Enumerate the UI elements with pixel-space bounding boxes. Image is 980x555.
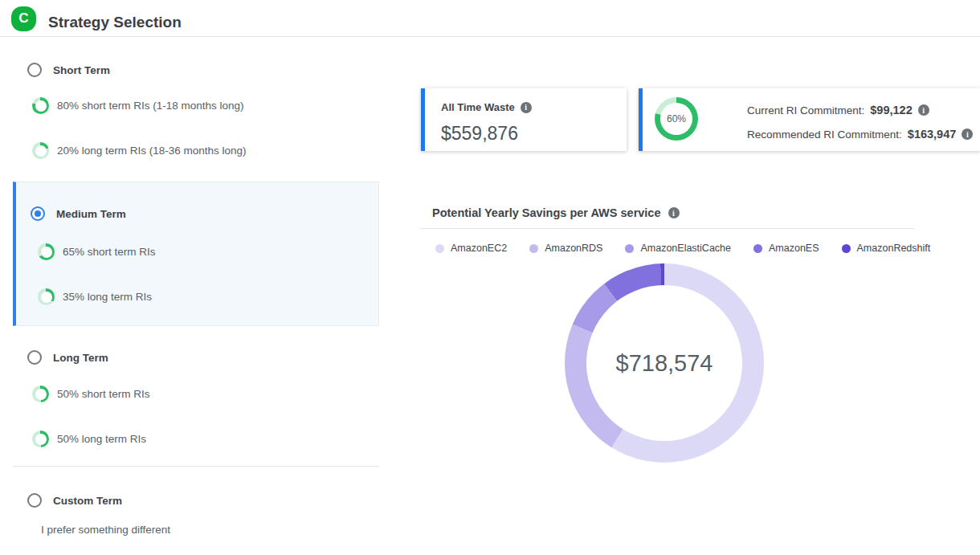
- progress-ring-50: [32, 386, 49, 402]
- strategy-custom-term[interactable]: Custom Term: [27, 493, 122, 508]
- savings-total-value: $718,574: [565, 263, 764, 463]
- legend-label: AmazonRDS: [545, 243, 602, 254]
- option-long-term-1: 50% short term RIs: [32, 386, 150, 402]
- progress-ring-35: [38, 288, 55, 305]
- radio-medium-term[interactable]: [31, 206, 45, 221]
- option-text: 80% short term RIs (1-18 months long): [57, 100, 244, 112]
- radio-long-term[interactable]: [27, 350, 42, 365]
- ri-commitment-card: 60% Current RI Commitment: $99,122 i Rec…: [639, 88, 980, 151]
- current-ri-commitment-value: $99,122: [870, 104, 912, 116]
- legend-dot: [842, 244, 851, 253]
- option-text: 50% long term RIs: [57, 433, 146, 445]
- progress-ring-65: [38, 243, 55, 260]
- option-long-term-2: 50% long term RIs: [32, 431, 146, 447]
- legend-item-amazonelasticache[interactable]: AmazonElastiCache: [625, 243, 731, 254]
- all-time-waste-label: All Time Waste: [441, 101, 515, 113]
- info-icon[interactable]: i: [521, 102, 532, 113]
- recommended-ri-commitment-row: Recommended RI Commitment: $163,947 i: [747, 128, 973, 141]
- strategy-medium-term[interactable]: Medium Term: [31, 206, 126, 221]
- strategy-label-custom-term: Custom Term: [53, 495, 122, 507]
- legend-item-amazonec2[interactable]: AmazonEC2: [435, 243, 507, 254]
- legend-label: AmazonRedshift: [857, 243, 931, 254]
- chart-title-row: Potential Yearly Savings per AWS service…: [432, 206, 680, 219]
- info-icon[interactable]: i: [918, 104, 929, 116]
- progress-ring-80: [32, 97, 49, 114]
- option-medium-term-2: 35% long term RIs: [38, 288, 152, 305]
- strategy-selection-page: C Strategy Selection Short Term 80% shor…: [0, 0, 980, 555]
- legend-item-amazonredshift[interactable]: AmazonRedshift: [842, 243, 931, 254]
- strategy-medium-term-panel[interactable]: Medium Term 65% short term RIs 35% long …: [13, 182, 379, 326]
- cloudcheckr-logo-icon: C: [11, 6, 36, 31]
- legend-label: AmazonES: [769, 243, 819, 254]
- divider: [13, 466, 379, 467]
- current-ri-commitment-label: Current RI Commitment:: [747, 104, 864, 116]
- chart-title: Potential Yearly Savings per AWS service: [432, 206, 661, 219]
- strategy-label-long-term: Long Term: [53, 352, 108, 364]
- strategy-short-term[interactable]: Short Term: [27, 63, 110, 77]
- legend-dot: [753, 244, 762, 253]
- progress-ring-20: [32, 142, 49, 159]
- legend-label: AmazonElastiCache: [640, 243, 731, 254]
- divider: [421, 228, 914, 229]
- progress-ring-50b: [32, 431, 49, 447]
- info-icon[interactable]: i: [668, 207, 680, 218]
- commitment-gauge-label: 60%: [655, 97, 698, 141]
- option-text: 65% short term RIs: [63, 246, 156, 258]
- custom-term-description: I prefer something different: [41, 524, 170, 536]
- option-text: 35% long term RIs: [63, 291, 152, 303]
- option-short-term-1: 80% short term RIs (1-18 months long): [32, 97, 244, 114]
- strategy-long-term[interactable]: Long Term: [27, 350, 108, 365]
- page-title: Strategy Selection: [48, 14, 182, 31]
- legend-dot: [435, 244, 444, 253]
- recommended-ri-commitment-value: $163,947: [908, 128, 956, 141]
- option-short-term-2: 20% long term RIs (18-36 months long): [32, 142, 247, 159]
- radio-custom-term[interactable]: [27, 493, 42, 508]
- info-icon[interactable]: i: [962, 129, 973, 140]
- option-text: 20% long term RIs (18-36 months long): [57, 145, 247, 157]
- legend-label: AmazonEC2: [451, 243, 507, 254]
- page-header: C Strategy Selection: [0, 0, 980, 37]
- all-time-waste-label-row: All Time Waste i: [441, 101, 532, 113]
- legend-item-amazones[interactable]: AmazonES: [753, 243, 819, 254]
- logo-letter: C: [18, 11, 28, 25]
- current-ri-commitment-row: Current RI Commitment: $99,122 i: [747, 104, 929, 116]
- legend-dot: [625, 244, 634, 253]
- legend-item-amazonrds[interactable]: AmazonRDS: [529, 243, 602, 254]
- strategy-label-medium-term: Medium Term: [56, 208, 126, 220]
- option-text: 50% short term RIs: [57, 388, 150, 400]
- chart-legend: AmazonEC2 AmazonRDS AmazonElastiCache Am…: [435, 243, 930, 254]
- all-time-waste-value: $559,876: [441, 123, 518, 145]
- radio-short-term[interactable]: [27, 63, 42, 77]
- legend-dot: [529, 244, 538, 253]
- all-time-waste-card: All Time Waste i $559,876: [421, 88, 627, 151]
- option-medium-term-1: 65% short term RIs: [38, 243, 156, 260]
- strategy-label-short-term: Short Term: [53, 64, 110, 76]
- recommended-ri-commitment-label: Recommended RI Commitment:: [747, 129, 902, 141]
